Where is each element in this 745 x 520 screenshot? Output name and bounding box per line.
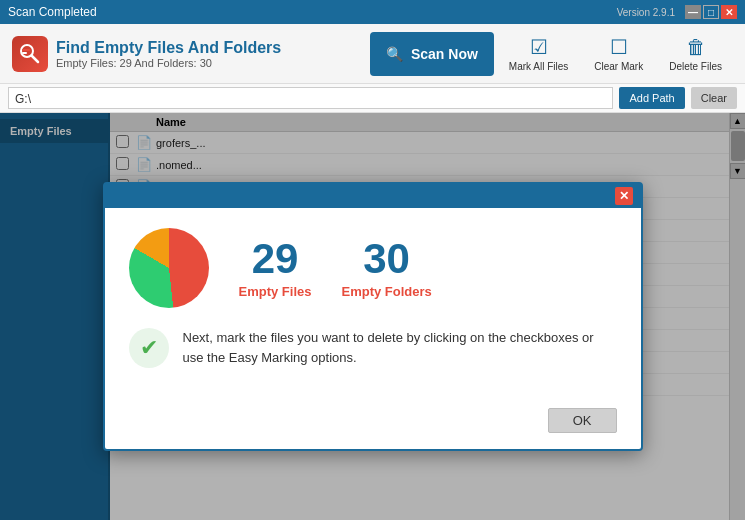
mark-all-icon: ☑ bbox=[530, 35, 548, 59]
toolbar-actions: 🔍 Scan Now ☑ Mark All Files ☐ Clear Mark… bbox=[370, 30, 733, 77]
checkmark-symbol: ✔ bbox=[140, 335, 158, 361]
brand-icon bbox=[12, 36, 48, 72]
toolbar: Find Empty Files And Folders Empty Files… bbox=[0, 24, 745, 84]
delete-icon: 🗑 bbox=[686, 36, 706, 59]
title-bar: Scan Completed Version 2.9.1 — □ ✕ bbox=[0, 0, 745, 24]
svg-line-1 bbox=[32, 55, 39, 62]
ok-button[interactable]: OK bbox=[548, 408, 617, 433]
brand-text: Find Empty Files And Folders Empty Files… bbox=[56, 39, 281, 69]
brand-subtitle: Empty Files: 29 And Folders: 30 bbox=[56, 57, 281, 69]
modal-overlay: ✕ 29 Empty Files 30 E bbox=[0, 113, 745, 520]
stats-pie-chart bbox=[129, 228, 209, 308]
content-area: Empty Files Name 📄 grofers_... 📄 .nomed.… bbox=[0, 113, 745, 520]
empty-files-stat: 29 Empty Files bbox=[239, 238, 312, 299]
empty-files-count: 29 bbox=[239, 238, 312, 280]
svg-rect-2 bbox=[22, 49, 30, 51]
maximize-button[interactable]: □ bbox=[703, 5, 719, 19]
path-bar: G:\ Add Path Clear bbox=[0, 84, 745, 113]
delete-label: Delete Files bbox=[669, 61, 722, 72]
empty-folders-label: Empty Folders bbox=[341, 284, 431, 299]
main-window: Find Empty Files And Folders Empty Files… bbox=[0, 24, 745, 520]
clear-mark-label: Clear Mark bbox=[594, 61, 643, 72]
svg-rect-3 bbox=[22, 52, 27, 54]
modal-stats: 29 Empty Files 30 Empty Folders bbox=[129, 228, 617, 308]
version-label: Version 2.9.1 bbox=[617, 7, 675, 18]
scan-now-button[interactable]: 🔍 Scan Now bbox=[370, 32, 494, 76]
stats-numbers: 29 Empty Files 30 Empty Folders bbox=[239, 238, 432, 299]
scan-icon: 🔍 bbox=[386, 46, 403, 62]
path-display: G:\ bbox=[8, 87, 613, 109]
scan-result-modal: ✕ 29 Empty Files 30 E bbox=[103, 182, 643, 451]
modal-close-button[interactable]: ✕ bbox=[615, 187, 633, 205]
scan-label: Scan Now bbox=[411, 46, 478, 62]
window-controls: — □ ✕ bbox=[685, 5, 737, 19]
modal-body: 29 Empty Files 30 Empty Folders ✔ bbox=[105, 208, 641, 408]
close-button[interactable]: ✕ bbox=[721, 5, 737, 19]
brand-title: Find Empty Files And Folders bbox=[56, 39, 281, 57]
minimize-button[interactable]: — bbox=[685, 5, 701, 19]
clear-mark-icon: ☐ bbox=[610, 35, 628, 59]
title-bar-text: Scan Completed bbox=[8, 5, 97, 19]
mark-all-label: Mark All Files bbox=[509, 61, 568, 72]
modal-message: ✔ Next, mark the files you want to delet… bbox=[129, 328, 617, 368]
mark-all-button[interactable]: ☑ Mark All Files bbox=[498, 30, 579, 77]
empty-folders-stat: 30 Empty Folders bbox=[341, 238, 431, 299]
empty-folders-count: 30 bbox=[341, 238, 431, 280]
clear-path-button[interactable]: Clear bbox=[691, 87, 737, 109]
modal-footer: OK bbox=[105, 408, 641, 449]
add-path-button[interactable]: Add Path bbox=[619, 87, 684, 109]
delete-files-button[interactable]: 🗑 Delete Files bbox=[658, 31, 733, 77]
checkmark-icon: ✔ bbox=[129, 328, 169, 368]
modal-header: ✕ bbox=[105, 184, 641, 208]
empty-files-label: Empty Files bbox=[239, 284, 312, 299]
modal-message-text: Next, mark the files you want to delete … bbox=[183, 328, 617, 367]
clear-mark-button[interactable]: ☐ Clear Mark bbox=[583, 30, 654, 77]
app-brand: Find Empty Files And Folders Empty Files… bbox=[12, 36, 358, 72]
